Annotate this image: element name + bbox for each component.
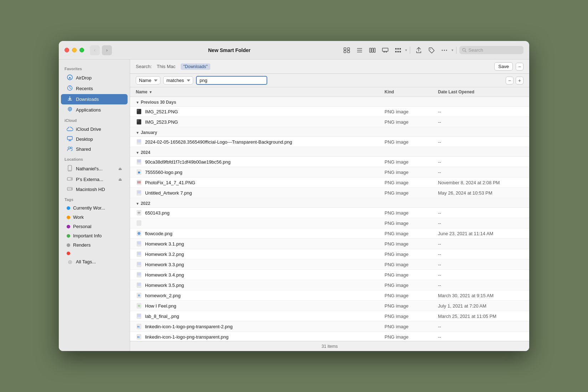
sidebar-item-tag-renders[interactable]: Renders bbox=[61, 241, 128, 249]
sidebar-item-nathaniels[interactable]: Nathaniel's... ⏏ bbox=[61, 163, 128, 174]
sidebar-item-tag-work[interactable]: Work bbox=[61, 213, 128, 222]
device-icon bbox=[67, 165, 73, 172]
file-icon: in bbox=[136, 333, 142, 340]
downloads-icon bbox=[67, 96, 73, 103]
sidebar-item-applications[interactable]: Applications bbox=[61, 105, 128, 115]
search-minus-button[interactable]: − bbox=[516, 63, 523, 71]
icloud-icon bbox=[67, 126, 73, 132]
svg-rect-18 bbox=[399, 51, 401, 52]
zoom-button[interactable] bbox=[79, 48, 84, 52]
eject-icon-1[interactable]: ⏏ bbox=[118, 166, 122, 171]
svg-rect-9 bbox=[374, 48, 375, 52]
file-date: -- bbox=[438, 210, 523, 216]
file-name: linkedin-icon-1-logo-png-transparent-2.p… bbox=[145, 324, 233, 329]
filter-field-select[interactable]: Name bbox=[136, 76, 160, 84]
svg-point-62 bbox=[138, 232, 140, 235]
sidebar-item-icloud-drive[interactable]: iCloud Drive bbox=[61, 124, 128, 134]
sidebar-item-shared[interactable]: Shared bbox=[61, 144, 128, 154]
sidebar-item-recents[interactable]: Recents bbox=[61, 83, 128, 94]
list-item[interactable]: in linkedin-icon-1-logo-png-transparent.… bbox=[130, 332, 529, 341]
svg-rect-12 bbox=[386, 52, 387, 52]
search-bar: Search: This Mac "Downloads" Save − bbox=[130, 60, 529, 74]
list-item[interactable]: Homework 3.5.png PNG image -- bbox=[130, 280, 529, 290]
file-date: -- bbox=[438, 283, 523, 288]
list-item[interactable]: How I Feel.png PNG image July 1, 2021 at… bbox=[130, 301, 529, 311]
section-title-prev30[interactable]: ▼ Previous 30 Days bbox=[136, 100, 176, 105]
list-item[interactable]: in linkedin-icon-1-logo-png-transparent-… bbox=[130, 321, 529, 332]
back-button[interactable]: ‹ bbox=[90, 45, 100, 55]
forward-button[interactable]: › bbox=[102, 45, 112, 55]
svg-rect-17 bbox=[399, 48, 401, 50]
search-input[interactable] bbox=[469, 47, 521, 53]
list-item[interactable]: 90ca38d9fbfd1f7c1df49b00ae19bc56.png PNG… bbox=[130, 157, 529, 167]
file-date: -- bbox=[438, 221, 523, 226]
col-name-header[interactable]: Name ▼ bbox=[136, 89, 385, 94]
sidebar-item-ps-external[interactable]: P's Externa... ⏏ bbox=[61, 175, 128, 184]
sidebar-item-tag-renders-label: Renders bbox=[73, 242, 91, 248]
list-item[interactable]: Homework 3.4.png PNG image -- bbox=[130, 270, 529, 280]
file-date: -- bbox=[438, 324, 523, 329]
sidebar-item-tag-personal[interactable]: Personal bbox=[61, 222, 128, 231]
filter-plus-button[interactable]: + bbox=[516, 77, 523, 84]
view-icon-gallery-button[interactable] bbox=[380, 45, 391, 56]
scope-this-mac-button[interactable]: This Mac bbox=[155, 63, 178, 70]
filter-query-input[interactable] bbox=[196, 76, 267, 85]
close-button[interactable] bbox=[65, 48, 69, 52]
more-options-button[interactable] bbox=[439, 45, 450, 56]
svg-rect-15 bbox=[397, 48, 399, 50]
sidebar-item-downloads[interactable]: Downloads bbox=[61, 94, 128, 104]
view-icon-grid-button[interactable] bbox=[341, 45, 352, 56]
list-item[interactable]: Homework 3.1.png PNG image -- bbox=[130, 239, 529, 249]
filter-condition-select[interactable]: matches bbox=[163, 76, 193, 84]
section-title-january[interactable]: ▼ January bbox=[136, 130, 157, 135]
sidebar-item-desktop[interactable]: Desktop bbox=[61, 134, 128, 144]
list-item[interactable]: PhotoFix_14_7_41.PNG PNG image November … bbox=[130, 177, 529, 188]
sidebar-item-tag-currently-working[interactable]: Currently Wor... bbox=[61, 203, 128, 212]
list-item[interactable]: flowcode.png PNG image June 23, 2021 at … bbox=[130, 228, 529, 239]
file-name-cell: Homework 3.3.png bbox=[136, 261, 385, 268]
eject-icon-2[interactable]: ⏏ bbox=[118, 177, 122, 182]
file-icon bbox=[136, 292, 142, 299]
file-icon bbox=[136, 138, 142, 145]
main-area: Favorites AirDrop bbox=[59, 60, 529, 351]
list-item[interactable]: Homework 3.3.png PNG image -- bbox=[130, 259, 529, 270]
view-icon-columns-button[interactable] bbox=[367, 45, 378, 56]
list-item[interactable]: 7555560-logo.png PNG image -- bbox=[130, 167, 529, 177]
svg-rect-3 bbox=[347, 51, 350, 53]
minimize-button[interactable] bbox=[72, 48, 77, 52]
save-button[interactable]: Save bbox=[494, 62, 513, 71]
svg-rect-50 bbox=[137, 160, 141, 163]
sidebar-item-macintosh-hd[interactable]: Macintosh HD bbox=[61, 185, 128, 194]
chevron-down-icon: ▼ bbox=[136, 151, 139, 155]
group-button[interactable] bbox=[392, 45, 404, 56]
separator-1 bbox=[410, 47, 410, 54]
recents-icon bbox=[67, 85, 73, 92]
list-item[interactable]: Untitled_Artwork 7.png PNG image May 26,… bbox=[130, 188, 529, 198]
list-item[interactable]: 2024-02-05-165628.3565490fficial-Logo---… bbox=[130, 137, 529, 147]
chevron-down-icon: ▼ bbox=[136, 100, 139, 104]
sidebar-item-tag-red[interactable] bbox=[61, 250, 128, 257]
file-date: -- bbox=[438, 109, 523, 114]
list-item[interactable]: 650143.png PNG image -- bbox=[130, 208, 529, 218]
tag-button[interactable] bbox=[426, 45, 437, 56]
section-title-2024[interactable]: ▼ 2024 bbox=[136, 150, 150, 155]
share-button[interactable] bbox=[413, 45, 424, 56]
filter-minus-button[interactable]: − bbox=[506, 77, 514, 84]
section-previous-30-days: ▼ Previous 30 Days bbox=[130, 97, 529, 107]
sidebar-item-all-tags[interactable]: ◎ All Tags... bbox=[61, 257, 128, 266]
svg-point-20 bbox=[442, 50, 443, 51]
sidebar-item-tag-important-info[interactable]: Important Info bbox=[61, 231, 128, 240]
list-item[interactable]: IMG_2523.PNG PNG image -- bbox=[130, 117, 529, 127]
list-item[interactable]: PNG image -- bbox=[130, 218, 529, 228]
list-item[interactable]: Homework 3.2.png PNG image -- bbox=[130, 249, 529, 259]
list-item[interactable]: homework_2.png PNG image March 30, 2021 … bbox=[130, 290, 529, 301]
list-item[interactable]: lab_8_final_.png PNG image March 25, 202… bbox=[130, 311, 529, 321]
sidebar-item-macintosh-hd-label: Macintosh HD bbox=[76, 187, 105, 192]
sidebar-item-airdrop[interactable]: AirDrop bbox=[61, 73, 128, 83]
view-icon-list-button[interactable] bbox=[354, 45, 365, 56]
list-item[interactable]: IMG_2521.PNG PNG image -- bbox=[130, 107, 529, 117]
section-title-2022[interactable]: ▼ 2022 bbox=[136, 201, 150, 206]
scope-downloads-tag[interactable]: "Downloads" bbox=[181, 63, 211, 70]
file-name: PhotoFix_14_7_41.PNG bbox=[145, 180, 195, 185]
search-box[interactable] bbox=[459, 46, 523, 54]
